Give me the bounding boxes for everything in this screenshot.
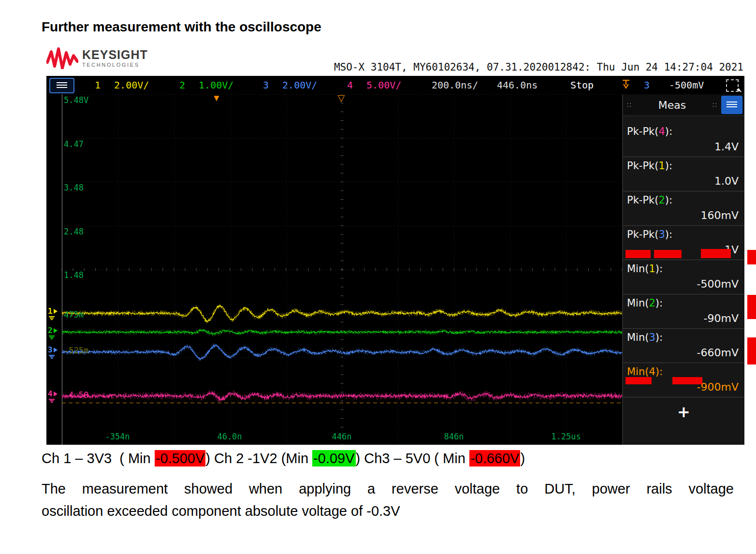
scope-ident-line: MSO-X 3104T, MY60102634, 07.31.202001284…: [334, 61, 743, 73]
scope-header: KEYSIGHT TECHNOLOGIES MSO-X 3104T, MY601…: [46, 46, 744, 76]
v-axis-label: 1.48: [64, 270, 84, 280]
v-axis-label: 2.48: [64, 227, 84, 236]
caption-highlight: -0.660V: [469, 450, 521, 467]
drag-grip-icon[interactable]: ∷: [711, 101, 719, 109]
caption-text: ) Ch 2 -1V2 (Min: [205, 451, 312, 466]
t-axis-label: 46.0n: [217, 432, 242, 441]
page: Further measurement with the oscilloscop…: [0, 0, 756, 554]
meas-value: -660mV: [627, 345, 741, 361]
page-title: Further measurement with the oscilloscop…: [42, 19, 321, 35]
brand-name: KEYSIGHT: [82, 49, 148, 61]
meas-label: Pk-Pk(3):: [627, 227, 741, 242]
t-axis-label: -354n: [105, 432, 130, 441]
redaction-bar: [701, 249, 731, 258]
toolbar-channel-3[interactable]: 32.00V/: [263, 79, 317, 91]
channel-scale: 1.00V/: [199, 79, 233, 91]
body-line: oscillation exceeded component absolute …: [42, 500, 734, 522]
channel-arrow-icon: [54, 328, 58, 333]
v-axis-label: -525m: [64, 346, 88, 355]
ground-icon: [49, 398, 55, 403]
brand-subtitle: TECHNOLOGIES: [82, 62, 148, 68]
timebase-setting[interactable]: 200.0ns/: [432, 79, 478, 91]
oscilloscope-screenshot: KEYSIGHT TECHNOLOGIES MSO-X 3104T, MY601…: [46, 46, 744, 445]
brand-text: KEYSIGHT TECHNOLOGIES: [82, 49, 148, 68]
caption-highlight: -0.500V: [155, 450, 206, 467]
toolbar-channel-2[interactable]: 21.00V/: [179, 79, 233, 91]
meas-label: Min(1):: [627, 261, 741, 277]
meas-item-pkpk-ch4[interactable]: Pk-Pk(4):1.4V: [623, 123, 744, 157]
caption-line: Ch 1 – 3V3 ( Min -0.500V) Ch 2 -1V2 (Min…: [42, 451, 525, 467]
trigger-time-marker-icon[interactable]: ▽: [338, 93, 345, 102]
t-axis-label: 1.25us: [551, 432, 581, 441]
channel-arrow-icon: [54, 392, 58, 396]
scope-toolbar: 12.00V/21.00V/32.00V/45.00V/ 200.0ns/ 44…: [46, 76, 744, 94]
channel-arrow-icon: [54, 348, 58, 352]
body-line: The measurement showed when applying a r…: [42, 478, 734, 500]
keysight-spark-icon: [46, 47, 78, 69]
redaction-bar: [747, 337, 756, 364]
meas-item-pkpk-ch2[interactable]: Pk-Pk(2):160mV: [623, 191, 744, 226]
waveform-canvas: [46, 94, 622, 445]
channel-1-ground-marker[interactable]: 1: [48, 307, 58, 320]
meas-label: Pk-Pk(2):: [627, 192, 741, 208]
menu-icon: [727, 102, 737, 108]
meas-menu-button[interactable]: [721, 96, 742, 114]
body-text: The measurement showed when applying a r…: [42, 478, 734, 523]
channel-number: 4: [347, 79, 353, 91]
meas-panel-header: ∷ Meas ∷: [623, 94, 744, 116]
meas-value: 160mV: [627, 208, 741, 223]
redaction-bar: [625, 250, 651, 258]
channel-2-ground-marker[interactable]: 2: [48, 327, 58, 339]
meas-item-min-ch1[interactable]: Min(1):-500mV: [623, 260, 744, 294]
channel-scale: 5.00V/: [366, 79, 401, 91]
meas-item-min-ch2[interactable]: Min(2):-90mV: [623, 294, 744, 329]
trigger-time-marker-icon[interactable]: ▼: [212, 93, 221, 102]
run-state[interactable]: Stop: [570, 79, 594, 91]
meas-panel: ∷ Meas ∷ Pk-Pk(4):1.4VPk-Pk(1):1.0VPk-Pk…: [622, 94, 744, 445]
meas-label: Min(3):: [627, 330, 741, 345]
ground-icon: [49, 316, 55, 320]
menu-button[interactable]: [49, 78, 74, 93]
caption-text: ): [520, 451, 525, 466]
channel-scale: 2.00V/: [114, 79, 149, 91]
menu-icon: [57, 82, 67, 89]
channel-number: 2: [179, 79, 185, 91]
meas-item-min-ch3[interactable]: Min(3):-660mV: [623, 329, 744, 363]
v-axis-label: -4.50: [64, 390, 88, 400]
selection-tool-icon[interactable]: [726, 79, 739, 92]
redaction-bar: [672, 377, 702, 384]
meas-value: -500mV: [627, 277, 741, 292]
keysight-logo: KEYSIGHT TECHNOLOGIES: [46, 47, 148, 69]
meas-label: Pk-Pk(4):: [627, 124, 741, 139]
meas-label: Min(2):: [627, 295, 741, 311]
drag-grip-icon[interactable]: ∷: [625, 101, 634, 109]
redaction-bar: [747, 295, 756, 319]
ground-icon: [49, 354, 55, 359]
channel-number: 3: [263, 79, 269, 91]
meas-value: -90mV: [627, 311, 741, 326]
caption-highlight: -0.09V: [312, 450, 355, 467]
toolbar-channel-1[interactable]: 12.00V/: [95, 79, 149, 91]
caption-text: ) Ch3 – 5V0 ( Min: [356, 451, 469, 466]
add-measurement-button[interactable]: +: [623, 403, 744, 421]
toolbar-channel-4[interactable]: 45.00V/: [347, 79, 401, 91]
redaction-bar: [654, 250, 682, 258]
v-axis-label: 4.47: [64, 139, 84, 149]
channel-3-ground-marker[interactable]: 3: [48, 346, 58, 359]
trigger-channel[interactable]: 3: [644, 79, 650, 91]
channel-scale: 2.00V/: [282, 79, 317, 91]
meas-panel-title: Meas: [636, 99, 709, 111]
caption-text: Ch 1 – 3V3 ( Min: [42, 451, 155, 466]
trigger-icon: [622, 79, 630, 93]
delay-setting[interactable]: 446.0ns: [497, 79, 538, 91]
meas-item-pkpk-ch1[interactable]: Pk-Pk(1):1.0V: [623, 157, 744, 191]
channel-4-ground-marker[interactable]: 4: [48, 390, 58, 403]
t-axis-label: 446n: [332, 432, 352, 441]
scope-main: ▼▽ 5.48V4.473.482.481.48475m-525m-4.50 -…: [46, 94, 744, 445]
ground-icon: [49, 335, 55, 339]
meas-value: 1.0V: [627, 174, 741, 189]
redaction-bar: [625, 377, 652, 384]
v-axis-label: 5.48V: [64, 95, 88, 105]
v-axis-label: 3.48: [64, 183, 84, 192]
trigger-level[interactable]: -500mV: [669, 79, 704, 91]
